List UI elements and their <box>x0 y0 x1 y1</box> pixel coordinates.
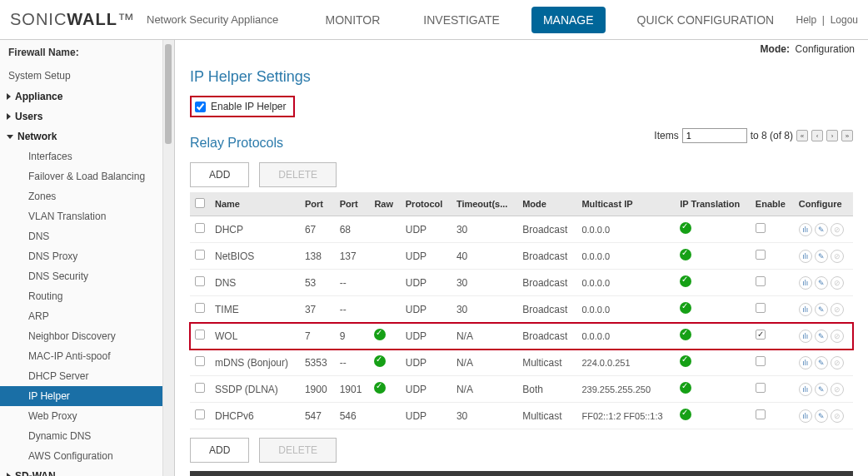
check-icon <box>680 382 691 394</box>
enable-ip-helper-checkbox[interactable]: Enable IP Helper <box>190 96 295 117</box>
page-prev-icon[interactable]: ‹ <box>811 130 823 141</box>
sidebar-item-neighbor-discovery[interactable]: Neighbor Discovery <box>0 326 162 346</box>
sidebar-item-dynamic-dns[interactable]: Dynamic DNS <box>0 426 162 446</box>
cell-multicast-ip: 224.0.0.251 <box>576 350 675 376</box>
pager: Items to 8 (of 8) « ‹ › » <box>654 128 853 143</box>
sidebar-item-web-proxy[interactable]: Web Proxy <box>0 406 162 426</box>
delete-button-top[interactable]: DELETE <box>259 162 337 187</box>
edit-icon[interactable]: ✎ <box>815 250 828 263</box>
edit-icon[interactable]: ✎ <box>815 409 828 423</box>
cell-raw <box>369 403 400 429</box>
sidebar-item-dns-security[interactable]: DNS Security <box>0 266 162 286</box>
page-last-icon[interactable]: » <box>841 130 853 141</box>
delete-icon[interactable]: ⊘ <box>831 276 844 290</box>
cell-raw <box>369 243 400 270</box>
logout-link[interactable]: Logou <box>831 14 858 26</box>
sidebar-item-routing[interactable]: Routing <box>0 286 162 306</box>
cell-multicast-ip: FF02::1:2 FF05::1:3 <box>576 403 675 429</box>
help-link[interactable]: Help <box>796 14 816 26</box>
stats-icon[interactable]: ılı <box>799 223 812 236</box>
cell-enable <box>751 323 794 350</box>
enable-checkbox[interactable] <box>756 330 766 340</box>
delete-icon[interactable]: ⊘ <box>831 383 844 396</box>
sidebar-item-aws-config[interactable]: AWS Configuration <box>0 446 162 466</box>
nav-quick-config[interactable]: QUICK CONFIGURATION <box>626 7 786 33</box>
row-checkbox[interactable] <box>195 356 205 366</box>
delete-button-bottom[interactable]: DELETE <box>259 438 337 463</box>
cell-enable <box>751 350 794 376</box>
sidebar-item-dns-proxy[interactable]: DNS Proxy <box>0 246 162 266</box>
scroll-thumb[interactable] <box>165 44 172 144</box>
enable-ip-helper-input[interactable] <box>195 102 206 112</box>
cell-ip-translation <box>675 403 751 429</box>
cell-ip-translation <box>675 270 751 296</box>
cell-name: DHCP <box>210 216 300 243</box>
edit-icon[interactable]: ✎ <box>815 276 828 290</box>
cell-multicast-ip: 0.0.0.0 <box>576 216 675 243</box>
cell-multicast-ip: 0.0.0.0 <box>576 323 675 350</box>
stats-icon[interactable]: ılı <box>799 250 812 263</box>
check-icon <box>680 249 691 260</box>
edit-icon[interactable]: ✎ <box>815 356 828 369</box>
nav-monitor[interactable]: MONITOR <box>314 7 392 33</box>
cell-ip-translation <box>675 296 751 323</box>
row-checkbox[interactable] <box>195 250 205 260</box>
edit-icon[interactable]: ✎ <box>815 223 828 236</box>
table-row: NetBIOS138137UDP40Broadcast0.0.0.0ılı✎⊘ <box>190 243 853 270</box>
delete-icon[interactable]: ⊘ <box>831 356 844 369</box>
enable-checkbox[interactable] <box>756 303 766 313</box>
nav-manage[interactable]: MANAGE <box>531 7 606 33</box>
edit-icon[interactable]: ✎ <box>815 330 828 343</box>
cell-raw <box>369 270 400 296</box>
enable-checkbox[interactable] <box>756 250 766 260</box>
stats-icon[interactable]: ılı <box>799 356 812 369</box>
sidebar-item-dns[interactable]: DNS <box>0 226 162 246</box>
enable-checkbox[interactable] <box>756 356 766 366</box>
delete-icon[interactable]: ⊘ <box>831 409 844 423</box>
cell-port1: 53 <box>300 270 335 296</box>
row-checkbox[interactable] <box>195 223 205 233</box>
delete-icon[interactable]: ⊘ <box>831 303 844 316</box>
sidebar-sdwan[interactable]: SD-WAN <box>0 466 162 476</box>
row-checkbox[interactable] <box>195 330 205 340</box>
sidebar-item-mac-ip-antispoof[interactable]: MAC-IP Anti-spoof <box>0 346 162 366</box>
add-button-top[interactable]: ADD <box>190 162 249 187</box>
sidebar-appliance[interactable]: Appliance <box>0 87 162 107</box>
sidebar-item-arp[interactable]: ARP <box>0 306 162 326</box>
enable-checkbox[interactable] <box>756 276 766 286</box>
items-input[interactable] <box>682 128 747 143</box>
row-checkbox[interactable] <box>195 409 205 419</box>
edit-icon[interactable]: ✎ <box>815 383 828 396</box>
nav-investigate[interactable]: INVESTIGATE <box>412 7 511 33</box>
sidebar-users[interactable]: Users <box>0 107 162 126</box>
stats-icon[interactable]: ılı <box>799 303 812 316</box>
sidebar-item-vlan[interactable]: VLAN Translation <box>0 206 162 226</box>
enable-checkbox[interactable] <box>756 383 766 393</box>
sidebar-item-zones[interactable]: Zones <box>0 186 162 206</box>
sidebar-item-interfaces[interactable]: Interfaces <box>0 146 162 166</box>
stats-icon[interactable]: ılı <box>799 330 812 343</box>
cell-protocol: UDP <box>401 323 451 350</box>
row-checkbox[interactable] <box>195 303 205 313</box>
sidebar-scrollbar[interactable] <box>162 40 174 476</box>
row-checkbox[interactable] <box>195 383 205 393</box>
select-all-checkbox[interactable] <box>195 198 205 208</box>
sidebar-item-failover[interactable]: Failover & Load Balancing <box>0 166 162 186</box>
page-next-icon[interactable]: › <box>826 130 838 141</box>
add-button-bottom[interactable]: ADD <box>190 438 249 463</box>
enable-checkbox[interactable] <box>756 409 766 419</box>
delete-icon[interactable]: ⊘ <box>831 250 844 263</box>
delete-icon[interactable]: ⊘ <box>831 330 844 343</box>
stats-icon[interactable]: ılı <box>799 383 812 396</box>
delete-icon[interactable]: ⊘ <box>831 223 844 236</box>
stats-icon[interactable]: ılı <box>799 276 812 290</box>
cell-enable <box>751 216 794 243</box>
enable-checkbox[interactable] <box>756 223 766 233</box>
sidebar-item-ip-helper[interactable]: IP Helper <box>0 386 162 406</box>
row-checkbox[interactable] <box>195 276 205 286</box>
sidebar-network[interactable]: Network <box>0 126 162 146</box>
sidebar-item-dhcp-server[interactable]: DHCP Server <box>0 366 162 386</box>
page-first-icon[interactable]: « <box>796 130 808 141</box>
edit-icon[interactable]: ✎ <box>815 303 828 316</box>
stats-icon[interactable]: ılı <box>799 409 812 423</box>
